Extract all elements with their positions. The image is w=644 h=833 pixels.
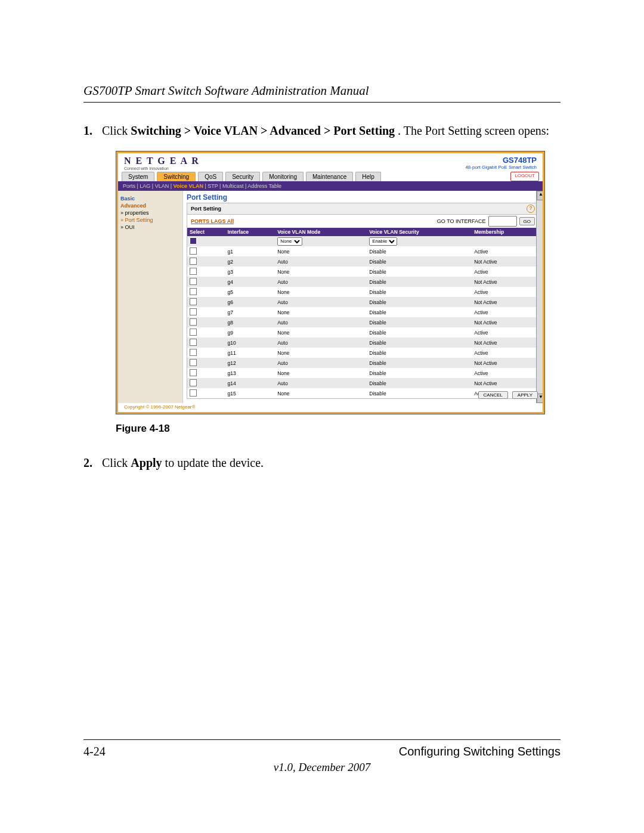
cell-interface: g7 [225,307,275,317]
cell-interface: g8 [225,317,275,327]
sidebar: Basic Advanced » properties » Port Setti… [118,191,183,403]
chapter-title: Configuring Switching Settings [399,745,561,758]
cell-interface: g1 [225,246,275,256]
row-checkbox[interactable] [190,339,197,346]
step-2: 2. Click Apply to update the device. [83,455,561,471]
mode-select[interactable]: None [277,237,302,246]
go-button[interactable]: GO [519,217,535,225]
step-2-text-c: to update the device. [165,456,264,469]
side-oui[interactable]: » OUI [120,224,180,230]
cell-security: Disable [367,327,472,337]
side-basic[interactable]: Basic [120,196,180,202]
row-checkbox[interactable] [190,369,197,376]
col-header: Interface [225,228,275,236]
cell-security: Disable [367,378,472,388]
cell-security: Disable [367,358,472,368]
model-desc: 48-port Gigabit PoE Smart Switch [465,165,537,170]
cancel-button[interactable]: CANCEL [478,391,508,399]
cell-mode: None [275,246,367,256]
cell-interface: g14 [225,378,275,388]
scrollbar[interactable]: ▲ ▼ [536,191,543,403]
tab-switching[interactable]: Switching [157,172,196,181]
tab-security[interactable]: Security [225,172,260,181]
row-checkbox[interactable] [190,359,197,366]
cell-security: Disable [367,337,472,348]
subnav-voice-vlan[interactable]: Voice VLAN [174,183,203,189]
step-1-text-a: Click [102,124,131,137]
table-row: g3NoneDisableActive [187,267,538,277]
cell-membership: Not Active [472,277,538,287]
cell-security: Disable [367,297,472,307]
cell-interface: g11 [225,348,275,358]
step-2-num: 2. [83,455,99,471]
subnav[interactable]: Ports | LAG | VLAN | Voice VLAN | STP | … [118,181,543,191]
apply-button[interactable]: APPLY [512,391,538,399]
tab-qos[interactable]: QoS [198,172,223,181]
row-checkbox[interactable] [190,288,197,295]
tab-maintenance[interactable]: Maintenance [306,172,353,181]
table-row: g10AutoDisableNot Active [187,337,538,348]
step-2-text-a: Click [102,456,131,469]
cell-mode: Auto [275,337,367,348]
cell-membership: Active [472,327,538,337]
row-checkbox[interactable] [190,247,197,255]
table-row: g7NoneDisableActive [187,307,538,317]
step-1-text-c: . The Port Setting screen opens: [398,124,549,137]
pane-title: Port Setting [187,193,539,202]
table-row: g5NoneDisableActive [187,287,538,297]
cell-interface: g5 [225,287,275,297]
cell-security: Disable [367,368,472,378]
cell-mode: None [275,368,367,378]
box-title: Port Setting [191,206,221,212]
row-checkbox[interactable] [190,268,197,275]
ports-lags-all-link[interactable]: PORTS LAGS All [191,218,234,224]
side-properties[interactable]: » properties [120,210,180,216]
help-icon[interactable]: ? [527,205,535,213]
doc-version: v1.0, December 2007 [83,758,561,774]
col-header: Voice VLAN Security [367,228,472,236]
cell-security: Disable [367,246,472,256]
cell-security: Disable [367,256,472,267]
col-header: Membership [472,228,538,236]
cell-membership: Active [472,348,538,358]
cell-mode: Auto [275,256,367,267]
row-checkbox[interactable] [190,298,197,305]
copyright: Copyright © 1996-2007 Netgear® [124,404,195,410]
row-checkbox[interactable] [190,329,197,336]
side-port-setting[interactable]: » Port Setting [120,217,180,223]
cell-membership: Not Active [472,297,538,307]
table-row: g9NoneDisableActive [187,327,538,337]
row-checkbox[interactable] [190,318,197,326]
scroll-up-icon[interactable]: ▲ [537,191,543,200]
cell-membership: Not Active [472,317,538,327]
cell-interface: g10 [225,337,275,348]
security-select[interactable]: Enable [369,237,397,246]
row-checkbox[interactable] [190,349,197,356]
step-2-bold: Apply [131,456,162,469]
cell-interface: g12 [225,358,275,368]
cell-security: Disable [367,277,472,287]
cell-membership: Not Active [472,256,538,267]
row-checkbox[interactable] [190,278,197,285]
table-row: g2AutoDisableNot Active [187,256,538,267]
tab-system[interactable]: System [122,172,154,181]
step-1-path: Switching > Voice VLAN > Advanced > Port… [131,124,395,137]
side-advanced[interactable]: Advanced [120,203,180,209]
col-header: Select [187,228,225,236]
cell-mode: Auto [275,317,367,327]
row-checkbox[interactable] [190,389,197,397]
logout-button[interactable]: LOGOUT [510,172,539,181]
tab-help[interactable]: Help [355,172,381,181]
cell-interface: g13 [225,368,275,378]
tab-monitoring[interactable]: Monitoring [262,172,304,181]
cell-security: Disable [367,388,472,398]
page-number: 4-24 [83,745,106,758]
cell-interface: g9 [225,327,275,337]
row-checkbox[interactable] [190,258,197,265]
step-1: 1. Click Switching > Voice VLAN > Advanc… [83,123,561,139]
goto-interface-input[interactable] [488,216,517,227]
select-all-checkbox[interactable] [190,237,197,244]
row-checkbox[interactable] [190,308,197,315]
row-checkbox[interactable] [190,379,197,386]
cell-membership: Active [472,287,538,297]
